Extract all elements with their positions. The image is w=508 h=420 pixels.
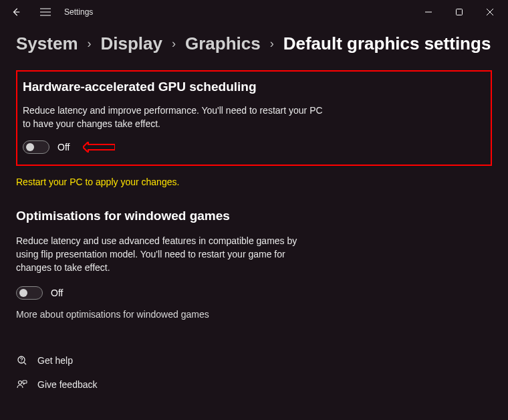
svg-rect-0 xyxy=(457,9,463,15)
gpu-scheduling-section: Hardware-accelerated GPU scheduling Redu… xyxy=(16,70,492,166)
breadcrumb: System › Display › Graphics › Default gr… xyxy=(0,24,508,70)
gpu-scheduling-title: Hardware-accelerated GPU scheduling xyxy=(23,80,479,94)
breadcrumb-graphics[interactable]: Graphics xyxy=(185,33,261,54)
more-about-link[interactable]: More about optimisations for windowed ga… xyxy=(16,309,492,320)
gpu-scheduling-toggle[interactable] xyxy=(23,140,49,154)
chevron-right-icon: › xyxy=(270,37,274,51)
windowed-games-description: Reduce latency and use advanced features… xyxy=(16,234,310,275)
svg-rect-4 xyxy=(23,381,27,383)
give-feedback-link[interactable]: Give feedback xyxy=(16,379,492,391)
gpu-scheduling-description: Reduce latency and improve performance. … xyxy=(23,104,324,131)
svg-point-3 xyxy=(19,381,22,385)
feedback-icon xyxy=(16,379,28,391)
toggle-knob xyxy=(19,289,27,297)
windowed-games-section: Optimisations for windowed games Reduce … xyxy=(16,209,492,320)
get-help-link[interactable]: Get help xyxy=(16,354,492,366)
help-icon xyxy=(16,354,28,366)
minimize-button[interactable] xyxy=(413,0,444,24)
chevron-right-icon: › xyxy=(172,37,176,51)
breadcrumb-display[interactable]: Display xyxy=(101,33,163,54)
give-feedback-label: Give feedback xyxy=(37,379,98,390)
back-button[interactable] xyxy=(3,0,29,24)
maximize-icon xyxy=(456,9,463,15)
windowed-games-title: Optimisations for windowed games xyxy=(16,209,492,223)
breadcrumb-system[interactable]: System xyxy=(16,33,78,54)
breadcrumb-current: Default graphics settings xyxy=(283,33,491,54)
hamburger-icon xyxy=(40,8,51,16)
restart-note: Restart your PC to apply your changes. xyxy=(16,171,492,187)
window-title: Settings xyxy=(64,7,93,17)
windowed-games-toggle-label: Off xyxy=(51,288,63,298)
svg-point-2 xyxy=(21,362,21,362)
annotation-arrow-icon xyxy=(83,142,115,152)
minimize-icon xyxy=(425,9,432,15)
chevron-right-icon: › xyxy=(88,37,92,51)
back-arrow-icon xyxy=(11,7,21,17)
close-icon xyxy=(487,9,493,15)
windowed-games-toggle[interactable] xyxy=(16,286,43,300)
menu-button[interactable] xyxy=(32,0,59,24)
get-help-label: Get help xyxy=(37,355,73,366)
close-button[interactable] xyxy=(475,0,505,24)
maximize-button[interactable] xyxy=(444,0,475,24)
toggle-knob xyxy=(26,143,34,151)
gpu-scheduling-toggle-label: Off xyxy=(57,142,70,152)
